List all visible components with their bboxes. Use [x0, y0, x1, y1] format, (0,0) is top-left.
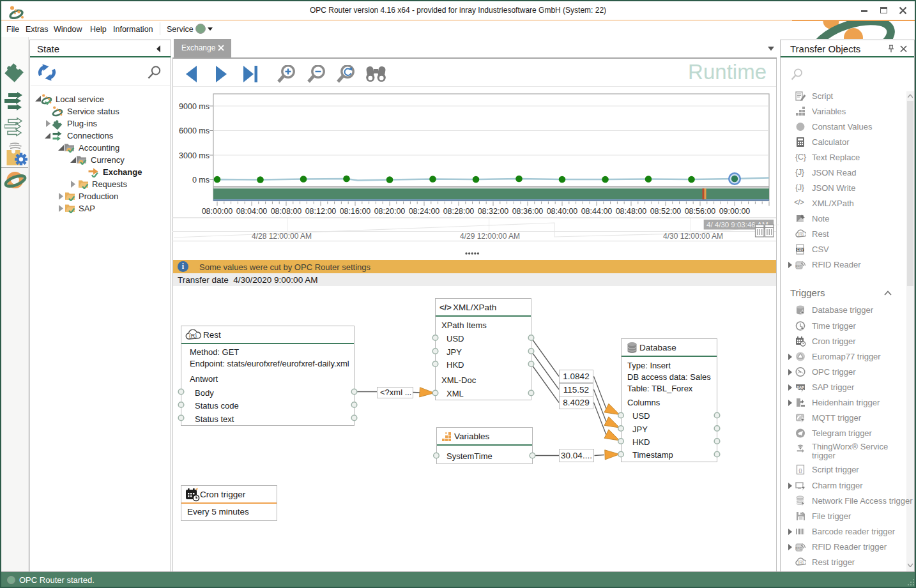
- svg-text:08:48:00: 08:48:00: [616, 207, 647, 216]
- svg-text:SAP: SAP: [797, 386, 804, 389]
- svg-text:08:52:00: 08:52:00: [650, 207, 682, 216]
- svg-text:9000 ms: 9000 ms: [179, 102, 210, 111]
- svg-text:08:24:00: 08:24:00: [409, 207, 440, 216]
- svg-text:08:36:00: 08:36:00: [512, 207, 544, 216]
- svg-text:4/28 12:00:00 AM: 4/28 12:00:00 AM: [252, 232, 312, 241]
- svg-text:08:20:00: 08:20:00: [374, 207, 406, 216]
- svg-text:08:56:00: 08:56:00: [685, 207, 716, 216]
- svg-text:0 ms: 0 ms: [192, 176, 210, 185]
- svg-text:08:08:00: 08:08:00: [271, 207, 302, 216]
- svg-text:{}: {}: [798, 467, 802, 473]
- svg-text:08:44:00: 08:44:00: [581, 207, 613, 216]
- svg-text:4/29 12:00:00 AM: 4/29 12:00:00 AM: [460, 232, 520, 241]
- svg-text:08:32:00: 08:32:00: [478, 207, 509, 216]
- svg-text:08:28:00: 08:28:00: [443, 207, 475, 216]
- svg-text:{R}: {R}: [189, 333, 197, 339]
- svg-text:09:00:00: 09:00:00: [719, 207, 751, 216]
- svg-text:08:04:00: 08:04:00: [236, 207, 268, 216]
- svg-text:4/30 12:00:00 AM: 4/30 12:00:00 AM: [663, 232, 723, 241]
- svg-text:08:00:00: 08:00:00: [202, 207, 233, 216]
- svg-text:RFID: RFID: [795, 265, 802, 268]
- svg-text:08:12:00: 08:12:00: [305, 207, 337, 216]
- svg-text:(R): (R): [798, 232, 804, 237]
- svg-text:08:16:00: 08:16:00: [340, 207, 371, 216]
- svg-text:CSV: CSV: [797, 248, 804, 252]
- svg-text:6000 ms: 6000 ms: [179, 126, 210, 135]
- svg-text:08:40:00: 08:40:00: [547, 207, 578, 216]
- svg-text:RFID: RFID: [795, 547, 802, 550]
- svg-text:3000 ms: 3000 ms: [179, 151, 210, 160]
- svg-text:(R): (R): [798, 560, 804, 565]
